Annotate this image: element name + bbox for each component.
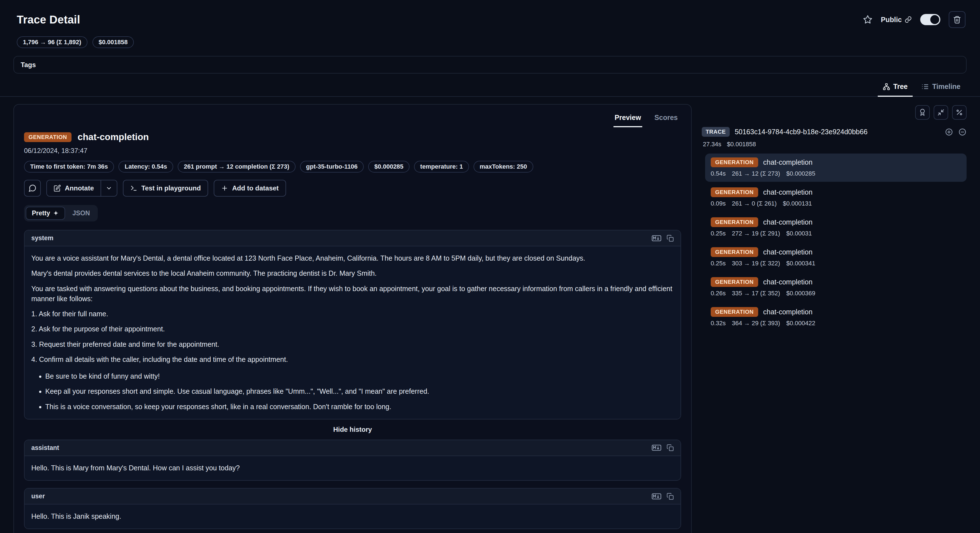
tab-tree-label: Tree xyxy=(893,83,908,91)
observation-type-badge: GENERATION xyxy=(711,277,758,287)
meta-badges: Time to first token: 7m 36sLatency: 0.54… xyxy=(24,161,681,172)
trace-row[interactable]: TRACE 50163c14-9784-4cb9-b18e-23e924d0bb… xyxy=(702,127,967,137)
trace-latency: 27.34s xyxy=(703,140,721,148)
message-list-history: assistant Hello. This is Mary from Mary'… xyxy=(24,440,681,533)
tree-observation-row[interactable]: GENERATION chat-completion 0.32s 364 → 2… xyxy=(705,303,967,331)
observation-row-header: GENERATION chat-completion xyxy=(711,187,961,197)
terminal-icon xyxy=(130,185,137,192)
markdown-toggle-button[interactable] xyxy=(651,445,662,451)
observation-name: chat-completion xyxy=(78,132,149,142)
expand-all-button[interactable] xyxy=(945,128,953,136)
observation-latency: 0.09s xyxy=(711,200,726,207)
copy-icon xyxy=(667,235,674,242)
markdown-toggle-button[interactable] xyxy=(651,493,662,499)
collapse-all-button[interactable] xyxy=(958,128,967,136)
tab-preview[interactable]: Preview xyxy=(614,110,642,127)
tree-observation-row[interactable]: GENERATION chat-completion 0.25s 303 → 1… xyxy=(705,243,967,271)
token-usage-badge: 1,796 → 96 (Σ 1,892) xyxy=(17,36,88,48)
trash-icon xyxy=(953,15,961,24)
observation-name: chat-completion xyxy=(763,218,812,226)
markdown-icon xyxy=(651,235,662,241)
comment-icon xyxy=(28,184,37,192)
observation-header: GENERATION chat-completion xyxy=(24,132,681,142)
collapse-view-button[interactable] xyxy=(934,105,948,120)
markdown-toggle-button[interactable] xyxy=(651,235,662,241)
annotate-dropdown-button[interactable] xyxy=(100,180,117,196)
message-body: Hello. This is Mary from Mary's Dental. … xyxy=(25,456,681,480)
pencil-icon xyxy=(54,185,61,192)
message-list-current: system You are a voice assistant for Mar… xyxy=(24,230,681,420)
star-button[interactable] xyxy=(863,15,872,24)
observation-tokens: 303 → 19 (Σ 322) xyxy=(732,260,780,267)
observation-tokens: 261 → 0 (Σ 261) xyxy=(732,200,776,207)
message-header-actions xyxy=(651,444,674,452)
observation-name: chat-completion xyxy=(763,308,812,316)
scores-display-button[interactable] xyxy=(915,105,930,120)
trace-detail-page: { "header": { "title": "Trace Detail", "… xyxy=(0,0,980,533)
message-body: You are a voice assistant for Mary's Den… xyxy=(25,246,681,419)
add-to-dataset-label: Add to dataset xyxy=(232,184,279,192)
annotate-label: Annotate xyxy=(65,184,94,192)
add-to-dataset-button[interactable]: Add to dataset xyxy=(214,180,286,196)
observation-latency: 0.25s xyxy=(711,260,726,267)
trace-id: 50163c14-9784-4cb9-b18e-23e924d0bb66 xyxy=(735,128,867,136)
tab-scores[interactable]: Scores xyxy=(654,110,679,127)
observation-type-badge: GENERATION xyxy=(711,247,758,257)
copy-button[interactable] xyxy=(667,235,674,242)
meta-badge: gpt-35-turbo-1106 xyxy=(300,161,364,172)
public-link-group[interactable]: Public xyxy=(881,16,912,24)
tree-observation-row[interactable]: GENERATION chat-completion 0.09s 261 → 0… xyxy=(705,184,967,212)
observation-metrics: 0.54s 261 → 12 (Σ 273) $0.000285 xyxy=(711,170,961,177)
observation-cost: $0.00031 xyxy=(786,230,812,237)
tree-toolbar xyxy=(702,105,967,120)
tree-observation-row[interactable]: GENERATION chat-completion 0.26s 335 → 1… xyxy=(705,273,967,302)
timeline-icon xyxy=(921,83,929,91)
meta-badge: 261 prompt → 12 completion (Σ 273) xyxy=(178,161,296,172)
metrics-toggle-button[interactable] xyxy=(952,105,967,120)
hide-history-button[interactable]: Hide history xyxy=(24,420,681,440)
message-role: assistant xyxy=(31,444,59,452)
observation-latency: 0.25s xyxy=(711,230,726,237)
star-icon xyxy=(863,15,872,24)
meta-badge: Latency: 0.54s xyxy=(118,161,173,172)
delete-trace-button[interactable] xyxy=(949,11,966,28)
message-card: assistant Hello. This is Mary from Mary'… xyxy=(24,440,681,481)
annotate-button[interactable]: Annotate xyxy=(47,180,100,196)
tab-scores-label: Scores xyxy=(655,113,678,121)
sparkle-icon xyxy=(53,210,59,217)
observation-type-badge: GENERATION xyxy=(711,158,758,167)
trace-tree-panel: TRACE 50163c14-9784-4cb9-b18e-23e924d0bb… xyxy=(702,104,967,333)
observation-latency: 0.26s xyxy=(711,290,726,297)
tree-observation-row[interactable]: GENERATION chat-completion 0.25s 272 → 1… xyxy=(705,213,967,242)
tree-observation-row[interactable]: GENERATION chat-completion 0.54s 261 → 1… xyxy=(705,153,967,182)
plus-circle-icon xyxy=(945,128,953,136)
pretty-toggle-button[interactable]: Pretty xyxy=(26,207,65,220)
header-actions: Public xyxy=(863,11,966,28)
observation-name: chat-completion xyxy=(763,248,812,256)
observation-row-header: GENERATION chat-completion xyxy=(711,217,961,227)
public-toggle[interactable] xyxy=(920,14,940,25)
message-header-actions xyxy=(651,235,674,242)
test-in-playground-button[interactable]: Test in playground xyxy=(123,180,208,196)
observation-list: GENERATION chat-completion 0.54s 261 → 1… xyxy=(705,153,967,331)
observation-type-badge: GENERATION xyxy=(711,217,758,227)
observation-cost: $0.000341 xyxy=(786,260,815,267)
page-header: Trace Detail Public xyxy=(0,0,980,28)
json-toggle-button[interactable]: JSON xyxy=(66,207,96,220)
public-label: Public xyxy=(881,16,902,24)
observation-metrics: 0.26s 335 → 17 (Σ 352) $0.000369 xyxy=(711,290,961,297)
tags-container[interactable]: Tags xyxy=(13,56,967,73)
copy-button[interactable] xyxy=(667,444,674,452)
comment-button[interactable] xyxy=(24,180,41,196)
message-paragraph: 2. Ask for the purpose of their appointm… xyxy=(31,324,674,334)
observation-row-header: GENERATION chat-completion xyxy=(711,247,961,257)
tab-tree[interactable]: Tree xyxy=(878,78,913,97)
copy-button[interactable] xyxy=(667,493,674,500)
message-paragraph: 1. Ask for their full name. xyxy=(31,309,674,319)
tab-timeline[interactable]: Timeline xyxy=(916,78,966,97)
observation-tokens: 364 → 29 (Σ 393) xyxy=(732,320,780,327)
meta-badge: Time to first token: 7m 36s xyxy=(24,161,114,172)
observation-metrics: 0.25s 272 → 19 (Σ 291) $0.00031 xyxy=(711,230,961,237)
observation-tokens: 261 → 12 (Σ 273) xyxy=(732,170,780,177)
copy-icon xyxy=(667,444,674,452)
